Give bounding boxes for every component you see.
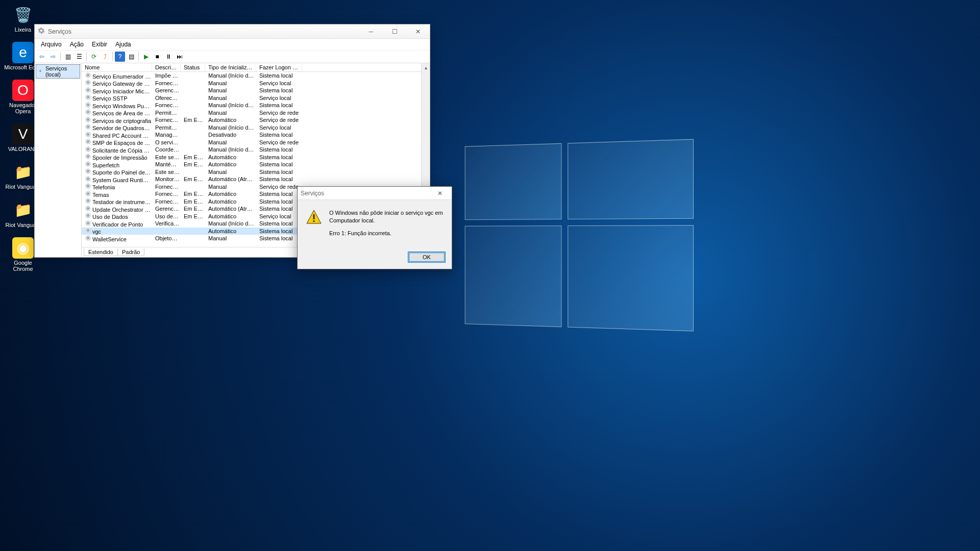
dialog-title: Serviços xyxy=(301,190,324,197)
app-icon: 📁 xyxy=(12,199,34,221)
refresh-icon[interactable]: ⟳ xyxy=(89,52,99,62)
gear-icon xyxy=(85,131,91,138)
gear-icon xyxy=(85,72,91,79)
app-icon: e xyxy=(12,42,34,63)
error-dialog: Serviços ✕ O Windows não pôde iniciar o … xyxy=(297,186,452,269)
gear-icon xyxy=(85,109,91,115)
dialog-close-button[interactable]: ✕ xyxy=(428,186,452,201)
table-row[interactable]: Serviço SSTPOferece s...ManualServiço lo… xyxy=(82,94,430,102)
gear-icon xyxy=(85,116,91,123)
gear-icon xyxy=(85,146,91,153)
col-startup[interactable]: Tipo de Inicialização xyxy=(205,63,256,71)
menu-item[interactable]: Ação xyxy=(67,40,87,49)
table-row[interactable]: Solicitante de Cópia de So...Coordena ..… xyxy=(82,146,430,154)
gear-icon xyxy=(85,161,91,167)
tree-label: Serviços (local) xyxy=(45,65,79,78)
warning-icon xyxy=(306,209,322,226)
menu-item[interactable]: Exibir xyxy=(89,40,110,49)
menubar: ArquivoAçãoExibirAjuda xyxy=(35,39,430,50)
dialog-titlebar[interactable]: Serviços ✕ xyxy=(298,187,452,200)
show-hide-tree-icon[interactable]: ▥ xyxy=(63,52,73,62)
gear-icon xyxy=(85,123,91,130)
gear-icon xyxy=(85,235,91,241)
tree-root[interactable]: Serviços (local) xyxy=(36,64,80,79)
app-icon: ◉ xyxy=(12,237,34,259)
maximize-button[interactable]: ☐ xyxy=(383,24,406,39)
gear-icon xyxy=(85,176,91,182)
app-icon: 📁 xyxy=(12,161,34,183)
minimize-button[interactable]: ─ xyxy=(359,24,383,39)
gear-icon xyxy=(38,27,45,36)
forward-icon[interactable]: ⇨ xyxy=(48,52,58,62)
window-title: Serviços xyxy=(48,28,71,35)
table-row[interactable]: SMP de Espaços de Armaze...O serviço ...… xyxy=(82,139,430,146)
scroll-up-icon[interactable]: ▴ xyxy=(422,63,430,72)
app-icon: V xyxy=(12,123,34,145)
start-service-icon[interactable]: ▶ xyxy=(141,52,151,62)
gear-icon xyxy=(85,197,91,204)
gear-icon xyxy=(85,220,91,227)
stop-service-icon[interactable]: ■ xyxy=(152,52,162,62)
table-row[interactable]: SuperfetchMantém e...Em Exe...Automático… xyxy=(82,161,430,168)
col-desc[interactable]: Descrição xyxy=(152,63,181,71)
table-row[interactable]: Serviços de Área de Trabalh...Permite q.… xyxy=(82,109,430,117)
gear-icon xyxy=(85,190,91,197)
gear-icon xyxy=(85,153,91,160)
tab-padrao[interactable]: Padrão xyxy=(117,248,144,256)
table-row[interactable]: Serviço Iniciador Microsoft i...Gerencia… xyxy=(82,87,430,94)
list-header: Nome Descrição Status Tipo de Inicializa… xyxy=(82,63,430,72)
menu-item[interactable]: Ajuda xyxy=(112,40,134,49)
ok-button[interactable]: OK xyxy=(408,252,446,263)
table-row[interactable]: Spooler de ImpressãoEste serviç...Em Exe… xyxy=(82,154,430,161)
dialog-message-1: O Windows não pôde iniciar o serviço vgc… xyxy=(329,209,444,224)
gear-icon xyxy=(85,94,91,101)
table-row[interactable]: Serviço Gateway de Camad...Fornece s...M… xyxy=(82,80,430,87)
gear-icon xyxy=(85,87,91,93)
gear-icon xyxy=(85,212,91,219)
table-row[interactable]: Suporte do Painel de Contr...Este serviç… xyxy=(82,168,430,176)
wallpaper-logo xyxy=(465,139,694,332)
columns-icon[interactable]: ▤ xyxy=(126,52,136,62)
tree-panel: Serviços (local) xyxy=(35,63,82,257)
gear-icon xyxy=(37,68,43,75)
properties-icon[interactable]: ☰ xyxy=(74,52,84,62)
gear-icon xyxy=(85,227,91,234)
pause-service-icon[interactable]: ⏸ xyxy=(163,52,174,62)
table-row[interactable]: Serviço Windows PushToIns...Fornece s...… xyxy=(82,102,430,109)
export-icon[interactable]: ⤴ xyxy=(100,52,110,62)
col-name[interactable]: Nome xyxy=(82,63,152,71)
help-icon[interactable]: ? xyxy=(115,52,125,62)
svg-rect-24 xyxy=(313,214,315,219)
close-button[interactable]: ✕ xyxy=(406,24,430,39)
menu-item[interactable]: Arquivo xyxy=(38,40,65,49)
svg-rect-25 xyxy=(313,220,315,222)
icon-label: VALORANT xyxy=(8,146,38,152)
back-icon[interactable]: ⇦ xyxy=(37,52,47,62)
icon-label: Lixeira xyxy=(15,27,31,33)
table-row[interactable]: System Guard Runtime Mo...Monitora e...E… xyxy=(82,176,430,183)
titlebar[interactable]: Serviços ─ ☐ ✕ xyxy=(35,24,430,39)
gear-icon xyxy=(85,183,91,189)
gear-icon xyxy=(85,138,91,145)
app-icon: 🗑️ xyxy=(12,4,34,26)
icon-label: Google Chrome xyxy=(4,260,42,272)
table-row[interactable]: Serviço Enumerador de Dis...Impõe a p...… xyxy=(82,72,430,80)
gear-icon xyxy=(85,168,91,174)
gear-icon xyxy=(85,79,91,86)
app-icon: O xyxy=(12,80,34,101)
gear-icon xyxy=(85,102,91,108)
table-row[interactable]: Serviços de criptografiaFornece tr...Em … xyxy=(82,116,430,124)
tab-estendido[interactable]: Estendido xyxy=(84,248,118,256)
restart-service-icon[interactable]: ⏭ xyxy=(175,52,185,62)
col-status[interactable]: Status xyxy=(181,63,205,71)
table-row[interactable]: Servidor de Quadros de Câ...Permite q...… xyxy=(82,124,430,132)
gear-icon xyxy=(85,205,91,212)
col-logon[interactable]: Fazer Logon como xyxy=(256,63,302,71)
toolbar: ⇦ ⇨ ▥ ☰ ⟳ ⤴ ? ▤ ▶ ■ ⏸ ⏭ xyxy=(35,50,430,63)
table-row[interactable]: Shared PC Account ManagerManages ...Desa… xyxy=(82,131,430,139)
dialog-message-2: Erro 1: Função incorreta. xyxy=(329,230,444,237)
